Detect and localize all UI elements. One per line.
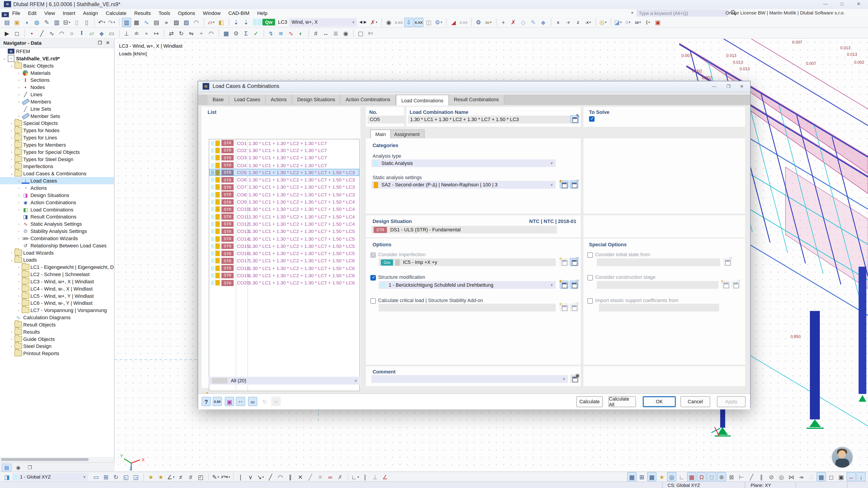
expand-arrow-icon[interactable]: › [16,114,22,118]
tree-item-member-sets[interactable]: ›Member Sets [0,112,114,120]
expand-arrow-icon[interactable]: › [16,179,22,183]
truss-display-button[interactable]: ▣ [653,18,662,27]
tree-item-materials[interactable]: ›Materials [0,69,114,76]
zoom-delete-button[interactable]: ✗ [508,18,518,27]
view-neg-x-button[interactable]: -X▾ [583,18,593,27]
new-surface-button[interactable]: ▱ [87,28,96,38]
calculate-button[interactable]: Calculate [576,396,603,407]
show-values-off-button[interactable]: X.XX [394,18,403,27]
comment-dropdown[interactable]: ∨ [371,375,568,383]
tree-item-lc5-wind-w-y-windlast[interactable]: ›LC5 - Wind, w+, Y | Windlast [0,292,114,299]
tree-item-sections[interactable]: ›ISections [0,76,114,84]
expand-arrow-icon[interactable]: › [16,280,22,283]
workplane-align-button[interactable]: ◱ [121,472,131,482]
snap-center-button[interactable]: ⊘ [767,472,776,482]
navigator-hscrollbar[interactable] [0,457,114,462]
ok-button[interactable]: OK [643,396,676,407]
parallel-copy-button[interactable]: ∥ [360,472,370,482]
combo-row-co9[interactable]: STRCO91.30 * LC1 + 1.30 * LC2 + 1.30 * L… [209,198,360,206]
result-display-button[interactable]: ◢ [449,18,458,27]
renumber-objects-button[interactable]: 2↷6▾ [221,472,230,482]
workplane-origin-button[interactable]: ▭ [91,472,101,482]
menu-edit[interactable]: Edit [24,10,40,15]
expand-arrow-icon[interactable]: › [16,186,22,190]
tree-item-calculation-diagrams[interactable]: ∿Calculation Diagrams [0,314,114,321]
line-vertical-button[interactable]: ∣ [236,472,245,482]
expand-arrow-icon[interactable]: › [9,251,14,254]
expand-arrow-icon[interactable]: ⌄ [9,258,14,262]
expand-arrow-icon[interactable]: › [16,71,22,74]
select-special-button[interactable]: ★ [657,472,666,482]
result-diagrams-button[interactable]: ≋ [276,28,286,38]
printout-report-button[interactable]: ▯ [82,18,91,27]
dialog-close-button[interactable]: ✕ [736,83,748,91]
tree-item-types-for-special-objects[interactable]: ›Types for Special Objects [0,148,114,156]
combination-list[interactable]: STRCO11.30 * LC1 + 1.30 * LC2 + 1.30 * L… [209,139,360,391]
expand-arrow-icon[interactable]: › [16,236,22,240]
tree-item-lc7-vorspannung-vorspannung[interactable]: ›LC7 - Vorspannung | Vorspannung [0,306,114,314]
perpendicular-tool-button[interactable]: ⊥ [370,472,380,482]
show-load-values-button[interactable]: X.XX [414,18,423,27]
close-button[interactable]: ✕ [852,0,865,8]
tree-item-result-combinations[interactable]: ◨Result Combinations [0,213,114,220]
combo-row-co5[interactable]: STRCO51.30 * LC1 + 1.30 * LC2 + 1.30 * L… [209,169,360,176]
snap-magnet-button[interactable]: Ω [697,472,706,482]
expand-arrow-icon[interactable]: › [9,164,14,168]
select-box-button[interactable]: ◻ [12,28,22,38]
dialog-tab-load-cases[interactable]: Load Cases [229,95,266,105]
mesh-settings-button[interactable]: ⚙ [231,28,241,38]
tab-assignment[interactable]: Assignment [389,129,425,138]
color-scale-button[interactable]: ∞▾ [484,18,493,27]
view-x-button[interactable]: X [553,18,563,27]
imperfection-edit-button[interactable]: ☞ [569,258,579,266]
sas-edit-button[interactable]: ☞ [569,180,579,189]
menu-window[interactable]: Window [199,10,224,15]
dialog-tab-load-combinations[interactable]: Load Combinations [396,95,449,106]
menu-tools[interactable]: Tools [155,10,174,15]
line-support-button[interactable]: ≐ [132,28,141,38]
visibility-new-button[interactable]: ⊞ [637,472,647,482]
structure-modification-checkbox[interactable] [370,275,376,281]
menu-insert[interactable]: Insert [59,10,79,15]
combo-row-co6[interactable]: STRCO61.30 * LC1 + 1.30 * LC2 + 1.30 * L… [209,176,360,184]
snap-parallel-button[interactable]: ∥ [757,472,766,482]
snap-division-button[interactable]: ↠ [797,472,806,482]
tree-item-relationship-between-load-cases[interactable]: ↺Relationship Between Load Cases [0,242,114,249]
work-plane-button[interactable]: ◊▾ [623,18,633,27]
connect-members-button[interactable]: ◠ [206,28,216,38]
navigator-tab-display[interactable]: ◉ [13,463,23,471]
tree-item-types-for-lines[interactable]: ›Types for Lines [0,134,114,141]
sas-dropdown[interactable]: SA2 - Second-order (P-Δ) | Newton-Raphso… [371,181,556,189]
snap-node-off-button[interactable]: ✳ [315,472,325,482]
dialog-title-bar[interactable]: ≋ Load Cases & Combinations — ❐ ✕ [198,81,750,92]
expand-arrow-icon[interactable]: ⌄ [9,171,14,176]
connect-lines-button[interactable]: ∞ [326,472,335,482]
dialog-tab-action-combinations[interactable]: Action Combinations [341,95,396,105]
display-colors-button[interactable]: ▣ [225,397,234,406]
tree-item-imperfections[interactable]: ›Imperfections [0,163,114,170]
navigator-float-icon[interactable]: ❐ [98,40,102,45]
save-button[interactable]: ▥ [52,18,61,27]
zoom-tool-button[interactable]: ◎▾ [598,18,608,27]
snap-oblique-button[interactable]: ╱ [747,472,756,482]
snap-grid-button[interactable]: ▦ [687,472,696,482]
member-eccentricity-button[interactable]: ↦ [152,28,161,38]
next-case-arrow[interactable]: ▶ [363,20,368,24]
expand-arrow-icon[interactable]: › [9,157,14,161]
cross-line-button[interactable]: ✕ [296,472,305,482]
user-views-button[interactable]: ▢ [356,28,366,38]
pan-button[interactable]: + [499,18,508,27]
redo-button[interactable]: ↷▾ [107,18,116,27]
calculation-diagrams-button[interactable]: ∘∘ [236,397,245,406]
new-opening-button[interactable]: ▭ [107,28,116,38]
deformations-button[interactable]: ∿ [286,28,296,38]
load-case-dropdown[interactable]: Wind, w+, X∨ [289,18,357,26]
new-arc-button[interactable]: ◠ [57,28,66,38]
menu-help[interactable]: Help [253,10,271,15]
tree-item-line-sets[interactable]: ╱Line Sets [0,105,114,112]
display-settings-button[interactable]: ⚙▾ [434,18,443,27]
guideline-grid-button[interactable]: # [186,472,195,482]
show-load-arrows-button[interactable]: ⇩ [404,18,413,27]
menu-results[interactable]: Results [130,10,155,15]
coordinate-system-dropdown[interactable]: 1 - Global XYZ ∨ [12,473,88,481]
